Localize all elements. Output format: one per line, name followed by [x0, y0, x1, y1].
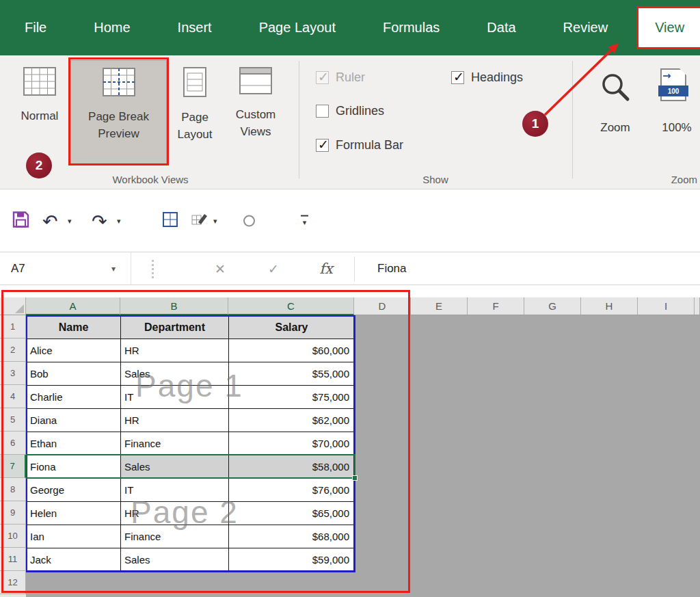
row-header[interactable]: 6 [0, 432, 26, 455]
zoom-button-label[interactable]: Zoom [588, 121, 643, 135]
column-header-g[interactable]: G [524, 297, 581, 315]
cell[interactable]: Ian [27, 525, 121, 548]
tab-formulas[interactable]: Formulas [366, 8, 456, 47]
cell[interactable]: $55,000 [229, 362, 355, 386]
save-button[interactable] [12, 211, 29, 230]
name-box[interactable]: A7 ▾ [0, 252, 131, 284]
column-header-c[interactable]: C [228, 297, 354, 315]
enter-button[interactable]: ✓ [258, 252, 288, 284]
cell[interactable]: $76,000 [229, 479, 355, 502]
header-cell[interactable]: Department [121, 316, 229, 339]
cell[interactable]: Jack [27, 548, 121, 572]
cell[interactable]: Diana [27, 409, 121, 432]
magnifier-icon [599, 95, 633, 107]
cell[interactable]: Helen [27, 502, 121, 525]
row-header[interactable]: 5 [0, 408, 26, 432]
fill-handle[interactable] [352, 475, 358, 481]
header-cell[interactable]: Salary [229, 316, 355, 339]
cancel-button[interactable]: ✕ [205, 252, 235, 284]
zoom-button[interactable] [599, 70, 633, 107]
column-header-e[interactable]: E [411, 297, 468, 315]
tab-home[interactable]: Home [77, 8, 146, 47]
tab-insert[interactable]: Insert [161, 8, 228, 47]
row-header[interactable]: 8 [0, 478, 26, 501]
row-header-selected[interactable]: 7 [0, 455, 26, 478]
step-badge-1: 1 [522, 111, 548, 137]
page-break-preview-button[interactable]: Page Break Preview [70, 60, 167, 164]
button-label: Page Break Preview [71, 108, 166, 143]
column-header-b[interactable]: B [120, 297, 228, 315]
row-header[interactable]: 12 [0, 571, 26, 594]
tab-review[interactable]: Review [547, 8, 625, 47]
group-label-show: Show [299, 174, 572, 185]
cell[interactable]: IT [121, 386, 229, 409]
formula-bar-grip[interactable] [152, 260, 154, 278]
normal-view-button[interactable]: Normal [10, 60, 70, 164]
row-header[interactable]: 10 [0, 525, 26, 548]
tab-data[interactable]: Data [470, 8, 532, 47]
row-header[interactable]: 2 [0, 339, 26, 362]
cell[interactable]: HR [121, 339, 229, 362]
column-headers: A B C D E F G H I [26, 297, 700, 315]
tab-view[interactable]: View [638, 8, 700, 47]
column-header-f[interactable]: F [468, 297, 524, 315]
cell[interactable]: $62,000 [229, 409, 355, 432]
header-cell[interactable]: Name [27, 316, 121, 339]
ruler-checkbox[interactable]: Ruler [316, 70, 365, 85]
page-layout-view-button[interactable]: Page Layout [170, 60, 220, 164]
cell[interactable]: Charlie [27, 386, 121, 409]
column-header-a[interactable]: A [26, 297, 120, 315]
column-header-partial[interactable] [695, 297, 700, 315]
column-header-h[interactable]: H [581, 297, 638, 315]
row-header[interactable]: 1 [0, 315, 26, 339]
formula-input[interactable]: Fiona [377, 252, 407, 284]
cell[interactable]: HR [121, 409, 229, 432]
undo-dropdown[interactable]: ▾ [68, 216, 72, 225]
redo-dropdown[interactable]: ▾ [117, 216, 121, 225]
row-header[interactable]: 9 [0, 501, 26, 525]
cell[interactable]: Sales [121, 455, 229, 479]
cell[interactable]: Bob [27, 362, 121, 386]
redo-button[interactable]: ↷ [92, 211, 107, 230]
row-header[interactable]: 3 [0, 362, 26, 385]
formula-bar-checkbox[interactable]: Formula Bar [316, 138, 403, 152]
cell[interactable]: HR [121, 502, 229, 525]
cell[interactable]: Sales [121, 362, 229, 386]
cell[interactable]: Finance [121, 432, 229, 455]
zoom-100-button[interactable]: → 100 [660, 68, 686, 101]
tab-page-layout[interactable]: Page Layout [243, 8, 352, 47]
draw-table-button[interactable] [191, 211, 208, 230]
cell[interactable]: Sales [121, 548, 229, 572]
insert-function-button[interactable]: fx [311, 252, 341, 284]
cell[interactable]: $59,000 [229, 548, 355, 572]
custom-views-button[interactable]: Custom Views [223, 60, 288, 164]
cell[interactable]: $68,000 [229, 525, 355, 548]
gridlines-checkbox[interactable]: Gridlines [316, 104, 384, 118]
cell[interactable]: $58,000 [229, 455, 355, 479]
select-all-corner[interactable] [0, 297, 26, 315]
active-cell[interactable]: Fiona [27, 455, 121, 479]
row-header[interactable]: 4 [0, 385, 26, 408]
cell[interactable]: $75,000 [229, 386, 355, 409]
shape-circle-button[interactable] [243, 215, 255, 226]
arrow-right-icon: → [662, 70, 671, 82]
cell[interactable]: $70,000 [229, 432, 355, 455]
tab-file[interactable]: File [8, 8, 63, 47]
cell[interactable]: $60,000 [229, 339, 355, 362]
cell[interactable]: IT [121, 479, 229, 502]
cell[interactable]: Ethan [27, 432, 121, 455]
column-header-d[interactable]: D [354, 297, 411, 315]
qat-customize-button[interactable]: ▾ [301, 215, 308, 226]
cell[interactable]: Alice [27, 339, 121, 362]
chevron-down-icon[interactable]: ▾ [111, 264, 116, 274]
row-header[interactable]: 11 [0, 548, 26, 571]
borders-button[interactable] [163, 212, 178, 230]
pencil-dropdown[interactable]: ▾ [213, 216, 217, 225]
cell[interactable]: George [27, 479, 121, 502]
headings-checkbox[interactable]: Headings [451, 70, 523, 85]
undo-button[interactable]: ↶ [42, 211, 58, 230]
zoom-100-label[interactable]: 100% [649, 121, 700, 135]
cell[interactable]: Finance [121, 525, 229, 548]
column-header-i[interactable]: I [638, 297, 695, 315]
cell[interactable]: $65,000 [229, 502, 355, 525]
